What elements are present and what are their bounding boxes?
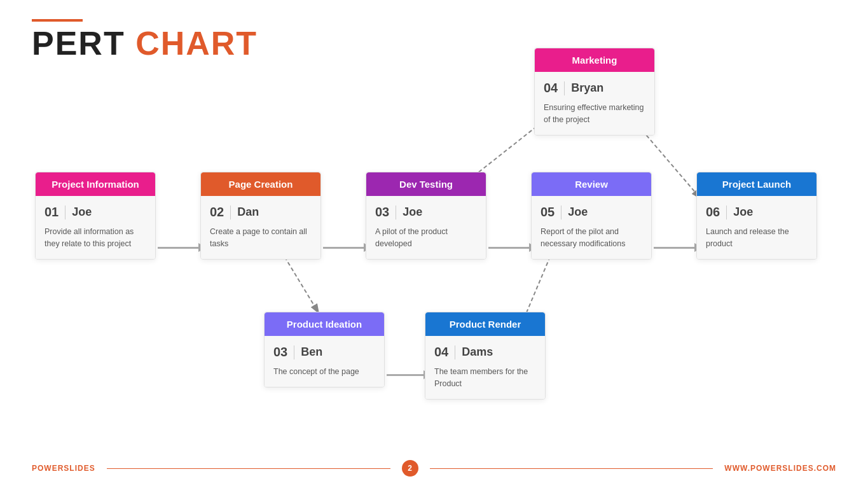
footer-brand-colored: SLIDES [64,464,95,473]
arrow-line [387,374,424,376]
node-divider [65,206,65,220]
footer-line-left [107,468,390,469]
node-review: Review 05 Joe Report of the pilot and ne… [531,172,652,260]
node-project-info: Project Information 01 Joe Provide all i… [35,172,156,260]
node-divider [396,206,396,220]
node-page-creation-meta: 02 Dan [210,205,312,220]
node-product-ideation-header: Product Ideation [265,312,384,336]
node-review-header: Review [532,172,651,196]
node-project-info-desc: Provide all information as they relate t… [45,226,146,250]
node-product-render-body: 04 Dams The team members for the Product [425,336,545,399]
title-accent-line [32,19,83,22]
node-dev-testing-person: Joe [403,206,422,219]
node-divider [455,345,455,359]
arrow-3 [488,243,537,252]
node-project-launch-body: 06 Joe Launch and release the product [697,196,816,259]
arrow-line [323,247,364,249]
node-dev-testing: Dev Testing 03 Joe A pilot of the produc… [366,172,486,260]
arrow-line [654,247,694,249]
node-divider [561,206,561,220]
node-project-info-header: Project Information [36,172,155,196]
footer-brand-left: POWERSLIDES [32,464,95,473]
node-dev-testing-desc: A pilot of the product developed [375,226,477,250]
node-divider [230,206,231,220]
arrow-4 [654,243,702,252]
node-review-num: 05 [541,205,555,220]
arrow-2 [323,243,371,252]
node-marketing-body: 04 Bryan Ensuring effective marketing of… [535,72,654,135]
node-project-launch-desc: Launch and release the product [706,226,808,250]
node-product-ideation-num: 03 [273,345,287,359]
footer-brand-plain: POWER [32,464,64,473]
node-product-render-meta: 04 Dams [434,345,536,359]
node-divider [564,81,565,95]
node-project-launch: Project Launch 06 Joe Launch and release… [696,172,817,260]
node-product-ideation-meta: 03 Ben [273,345,375,359]
main-title: PERT CHART [32,27,258,60]
node-product-render-person: Dams [462,345,493,359]
node-page-creation-body: 02 Dan Create a page to contain all task… [201,196,320,259]
node-product-render-num: 04 [434,345,448,359]
arrow-line [488,247,529,249]
node-dev-testing-body: 03 Joe A pilot of the product developed [366,196,486,259]
node-project-launch-header: Project Launch [697,172,816,196]
node-marketing-desc: Ensuring effective marketing of the proj… [544,102,645,126]
footer-url: WWW.POWERSLIDES.COM [724,464,836,473]
title-chart: CHART [135,25,258,62]
node-product-render: Product Render 04 Dams The team members … [425,312,546,400]
node-marketing: Marketing 04 Bryan Ensuring effective ma… [534,48,655,136]
node-dev-testing-meta: 03 Joe [375,205,477,220]
footer-line-right [430,468,713,469]
node-review-desc: Report of the pilot and necessary modifi… [541,226,642,250]
node-product-ideation-person: Ben [301,345,322,359]
node-review-body: 05 Joe Report of the pilot and necessary… [532,196,651,259]
node-marketing-meta: 04 Bryan [544,81,645,95]
footer: POWERSLIDES 2 WWW.POWERSLIDES.COM [0,460,868,477]
footer-page-badge: 2 [402,460,418,477]
title-pert: PERT [32,25,125,62]
node-project-info-person: Joe [72,206,92,219]
node-product-ideation-desc: The concept of the page [273,366,375,378]
arrow-1 [158,243,206,252]
node-divider [726,206,727,220]
node-page-creation-header: Page Creation [201,172,320,196]
node-project-info-meta: 01 Joe [45,205,146,220]
node-project-launch-num: 06 [706,205,720,220]
node-marketing-num: 04 [544,81,558,95]
node-marketing-header: Marketing [535,48,654,72]
node-product-ideation: Product Ideation 03 Ben The concept of t… [264,312,385,387]
node-divider [294,345,294,359]
node-project-info-num: 01 [45,205,59,220]
node-page-creation-desc: Create a page to contain all tasks [210,226,312,250]
node-project-launch-meta: 06 Joe [706,205,808,220]
arrow-line [158,247,198,249]
node-dev-testing-num: 03 [375,205,389,220]
node-marketing-person: Bryan [571,81,603,95]
node-product-render-desc: The team members for the Product [434,366,536,390]
node-project-info-body: 01 Joe Provide all information as they r… [36,196,155,259]
node-page-creation: Page Creation 02 Dan Create a page to co… [200,172,321,260]
node-review-meta: 05 Joe [541,205,642,220]
node-page-creation-num: 02 [210,205,224,220]
title-area: PERT CHART [32,19,258,60]
node-product-ideation-body: 03 Ben The concept of the page [265,336,384,387]
node-project-launch-person: Joe [733,206,753,219]
node-page-creation-person: Dan [237,206,259,219]
node-dev-testing-header: Dev Testing [366,172,486,196]
node-review-person: Joe [568,206,588,219]
node-product-render-header: Product Render [425,312,545,336]
